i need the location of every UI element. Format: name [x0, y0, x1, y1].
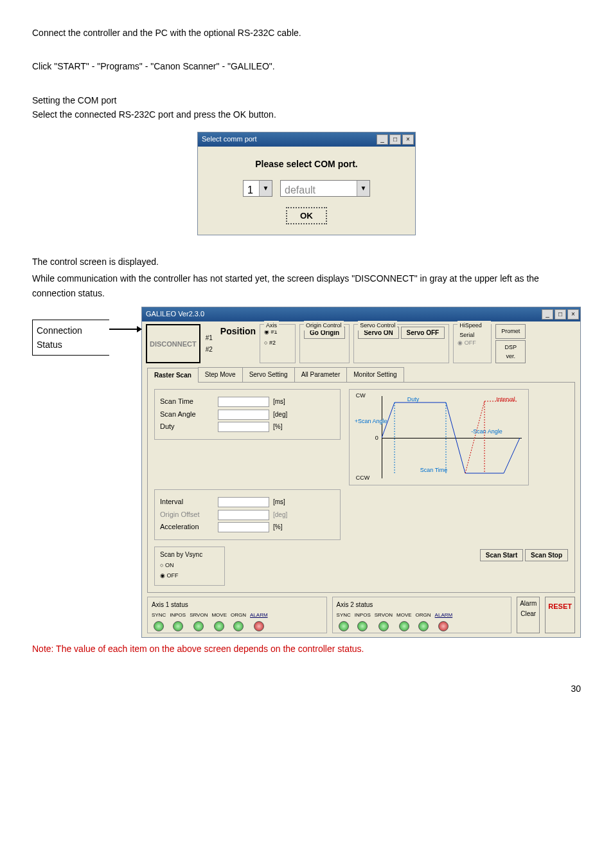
tab-all-parameter[interactable]: All Parameter — [294, 367, 348, 382]
status-light-icon — [339, 621, 349, 631]
com-port-combo[interactable]: 1 ▼ — [243, 180, 272, 197]
promet-button[interactable]: Promet — [495, 324, 526, 338]
paragraph-4a: The control screen is displayed. — [32, 255, 581, 269]
tab-raster-scan[interactable]: Raster Scan — [147, 368, 199, 383]
reset-button[interactable]: RESET — [545, 597, 575, 633]
vsync-off-radio[interactable]: ◉ OFF — [160, 570, 219, 581]
com-port-value: 1 — [244, 181, 259, 196]
dsp-ver-button[interactable]: DSPver. — [495, 340, 526, 364]
tab-bar: Raster Scan Step Move Servo Setting All … — [147, 367, 575, 383]
id-column: #1 #2 — [204, 324, 214, 363]
param-block-1: Scan Time[ms] Scan Angle[deg] Duty[%] — [154, 389, 341, 440]
duty-input[interactable] — [218, 422, 269, 432]
scan-time-label: Scan Time — [160, 396, 218, 408]
status-light-icon — [378, 621, 389, 631]
vsync-on-radio[interactable]: ○ ON — [160, 560, 219, 570]
dialog2-title: GALILEO Ver2.3.0 — [146, 309, 204, 320]
status-light-icon — [418, 621, 429, 631]
status-light-icon — [357, 621, 368, 631]
scan-angle-input[interactable] — [218, 410, 269, 420]
origin-control-group: Origin Control Go Origin — [299, 324, 350, 363]
tab-servo-setting[interactable]: Servo Setting — [242, 367, 295, 382]
caption-com-title: Setting the COM port — [32, 93, 581, 107]
status-light-icon — [438, 621, 449, 631]
arrow-icon — [109, 329, 141, 330]
caption-com-body: Select the connected RS-232C port and pr… — [32, 107, 581, 122]
origin-offset-input[interactable] — [218, 510, 269, 520]
hispeed-group: HiSpeed Serial ○ Start ◉ OFF — [453, 324, 492, 363]
maximize-icon[interactable]: □ — [555, 309, 566, 320]
com-speed-value: default — [281, 181, 357, 196]
acceleration-label: Acceleration — [160, 521, 218, 533]
axis-group: Axis ◉ #1 ○ #2 — [260, 324, 296, 363]
tab-monitor-setting[interactable]: Monitor Setting — [346, 367, 404, 382]
status-light-icon — [154, 621, 164, 631]
servo-off-button[interactable]: Servo OFF — [401, 327, 445, 339]
galileo-main-window: GALILEO Ver2.3.0 _ □ × DISCONNECT #1 #2 … — [141, 307, 581, 638]
scan-stop-button[interactable]: Scan Stop — [525, 549, 568, 561]
axis-2-status: Axis 2 status SYNC INPOS SRVON MOVE ORGN… — [332, 597, 512, 633]
dialog1-titlebar: Select comm port _ □ × — [198, 132, 415, 147]
maximize-icon[interactable]: □ — [389, 134, 401, 145]
acceleration-input[interactable] — [218, 522, 269, 532]
page-number: 30 — [32, 682, 581, 696]
dialog1-heading: Please select COM port. — [207, 157, 406, 171]
chevron-down-icon[interactable]: ▼ — [357, 181, 369, 196]
minimize-icon[interactable]: _ — [377, 134, 388, 145]
ok-button[interactable]: OK — [286, 207, 327, 224]
status-light-icon — [233, 621, 244, 631]
scan-start-button[interactable]: Scan Start — [480, 549, 523, 561]
alarm-clear-button[interactable]: AlarmClear — [517, 597, 540, 633]
status-light-icon — [193, 621, 204, 631]
status-light-icon — [173, 621, 183, 631]
interval-label: Interval — [160, 496, 218, 508]
scan-by-vsync-group: Scan by Vsync ○ ON ◉ OFF — [154, 547, 225, 586]
dialog1-title: Select comm port — [202, 134, 257, 145]
paragraph-2: Click "START" - "Programs" - "Canon Scan… — [32, 59, 581, 73]
axis-2-radio[interactable]: ○ #2 — [264, 338, 291, 348]
interval-input[interactable] — [218, 497, 269, 507]
paragraph-1: Connect the controller and the PC with t… — [32, 26, 581, 40]
paragraph-4b: While communication with the controller … — [32, 271, 581, 300]
scan-time-input[interactable] — [218, 397, 269, 407]
origin-offset-label: Origin Offset — [160, 509, 218, 521]
close-icon[interactable]: × — [567, 309, 579, 320]
com-speed-combo[interactable]: default ▼ — [280, 180, 370, 197]
param-block-2: Interval[ms] Origin Offset[deg] Accelera… — [154, 489, 341, 540]
minimize-icon[interactable]: _ — [542, 309, 553, 320]
note-text: Note: The value of each item on the abov… — [32, 642, 581, 656]
waveform-chart: CW CCW 0 +Scan Angle -Scan Angle Duty In… — [349, 389, 529, 485]
chevron-down-icon[interactable]: ▼ — [259, 181, 272, 196]
status-light-icon — [399, 621, 409, 631]
scan-angle-label: Scan Angle — [160, 409, 218, 420]
chart-svg — [382, 396, 523, 480]
status-light-icon — [214, 621, 224, 631]
close-icon[interactable]: × — [402, 134, 414, 145]
dialog2-titlebar: GALILEO Ver2.3.0 _ □ × — [142, 307, 580, 321]
tab-step-move[interactable]: Step Move — [198, 367, 243, 382]
axis-1-status: Axis 1 status SYNC INPOS SRVON MOVE ORGN… — [147, 597, 327, 633]
connection-status-label: Connection Status — [32, 320, 109, 356]
tab-body: Scan Time[ms] Scan Angle[deg] Duty[%] CW… — [147, 383, 575, 593]
servo-control-group: Servo Control Servo ON Servo OFF — [353, 324, 449, 363]
disconnect-button[interactable]: DISCONNECT — [146, 324, 200, 363]
status-light-icon — [254, 621, 264, 631]
select-com-dialog: Select comm port _ □ × Please select COM… — [197, 132, 416, 235]
duty-label: Duty — [160, 421, 218, 433]
position-label: Position — [220, 324, 256, 338]
